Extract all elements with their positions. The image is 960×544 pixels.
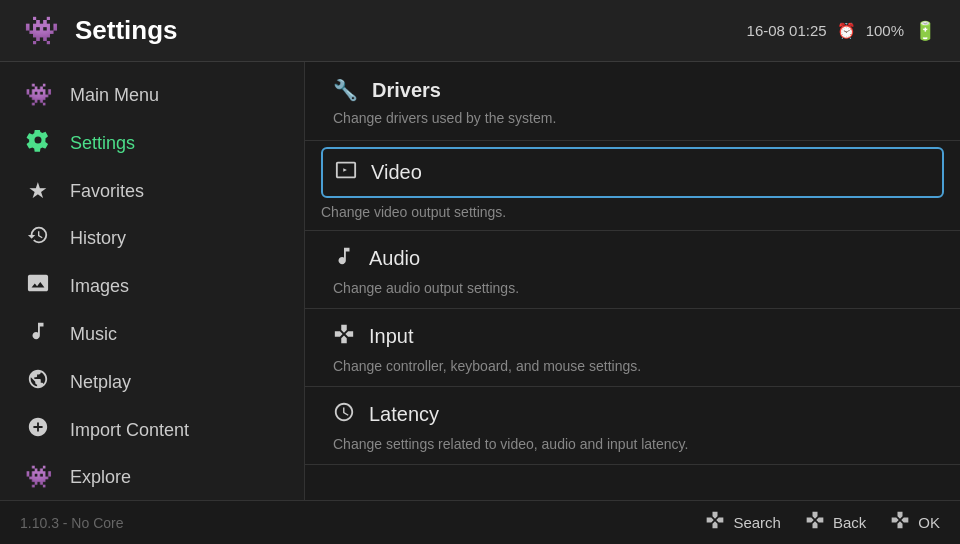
input-description: Change controller, keyboard, and mouse s… <box>305 358 960 386</box>
app-icon: 👾 <box>24 14 59 47</box>
input-label: Input <box>369 325 413 348</box>
audio-menu-item[interactable]: Audio <box>305 231 960 280</box>
divider-1 <box>305 140 960 141</box>
search-action[interactable]: Search <box>705 510 781 535</box>
search-label: Search <box>733 514 781 531</box>
video-menu-item[interactable]: Video <box>321 147 944 198</box>
battery-level: 100% <box>866 22 904 39</box>
sidebar-favorites-label: Favorites <box>70 181 144 202</box>
sidebar-item-netplay[interactable]: Netplay <box>0 358 304 406</box>
back-controller-icon <box>805 510 825 535</box>
latency-label: Latency <box>369 403 439 426</box>
video-label: Video <box>371 161 422 184</box>
history-icon <box>24 224 52 252</box>
sidebar-item-images[interactable]: Images <box>0 262 304 310</box>
explore-icon: 👾 <box>24 464 52 490</box>
ok-label: OK <box>918 514 940 531</box>
sidebar-explore-label: Explore <box>70 467 131 488</box>
battery-icon: 🔋 <box>914 20 936 42</box>
sidebar-item-import-content[interactable]: Import Content <box>0 406 304 454</box>
sidebar-item-main-menu[interactable]: 👾 Main Menu <box>0 72 304 118</box>
header-left: 👾 Settings <box>24 14 178 47</box>
back-label: Back <box>833 514 866 531</box>
page-title: Settings <box>75 15 178 46</box>
latency-icon <box>333 401 355 428</box>
latency-menu-item[interactable]: Latency <box>305 387 960 436</box>
audio-label: Audio <box>369 247 420 270</box>
images-icon <box>24 272 52 300</box>
sidebar-item-label: Main Menu <box>70 85 159 106</box>
ok-action[interactable]: OK <box>890 510 940 535</box>
settings-icon <box>24 128 52 158</box>
main-menu-icon: 👾 <box>24 82 52 108</box>
netplay-icon <box>24 368 52 396</box>
drivers-icon: 🔧 <box>333 78 358 102</box>
clock-icon: ⏰ <box>837 22 856 40</box>
ok-controller-icon <box>890 510 910 535</box>
drivers-section-header: 🔧 Drivers <box>305 62 960 110</box>
sidebar-item-history[interactable]: History <box>0 214 304 262</box>
input-menu-item[interactable]: Input <box>305 309 960 358</box>
import-content-icon <box>24 416 52 444</box>
audio-icon <box>333 245 355 272</box>
sidebar-netplay-label: Netplay <box>70 372 131 393</box>
main-layout: 👾 Main Menu Settings ★ Favorites History <box>0 62 960 544</box>
drivers-description: Change drivers used by the system. <box>305 110 960 140</box>
main-content: 🔧 Drivers Change drivers used by the sys… <box>305 62 960 544</box>
sidebar-history-label: History <box>70 228 126 249</box>
audio-description: Change audio output settings. <box>305 280 960 308</box>
footer-actions: Search Back OK <box>705 510 940 535</box>
sidebar-images-label: Images <box>70 276 129 297</box>
sidebar-settings-label: Settings <box>70 133 135 154</box>
video-description: Change video output settings. <box>305 198 960 230</box>
input-icon <box>333 323 355 350</box>
latency-description: Change settings related to video, audio … <box>305 436 960 464</box>
sidebar-item-favorites[interactable]: ★ Favorites <box>0 168 304 214</box>
sidebar-item-explore[interactable]: 👾 Explore <box>0 454 304 500</box>
back-action[interactable]: Back <box>805 510 866 535</box>
datetime: 16-08 01:25 <box>747 22 827 39</box>
sidebar: 👾 Main Menu Settings ★ Favorites History <box>0 62 305 544</box>
music-icon <box>24 320 52 348</box>
version-label: 1.10.3 - No Core <box>20 515 124 531</box>
video-icon <box>335 159 357 186</box>
drivers-title: Drivers <box>372 79 441 102</box>
sidebar-import-label: Import Content <box>70 420 189 441</box>
search-controller-icon <box>705 510 725 535</box>
header: 👾 Settings 16-08 01:25 ⏰ 100% 🔋 <box>0 0 960 62</box>
sidebar-item-settings[interactable]: Settings <box>0 118 304 168</box>
divider-5 <box>305 464 960 465</box>
sidebar-item-music[interactable]: Music <box>0 310 304 358</box>
sidebar-music-label: Music <box>70 324 117 345</box>
header-right: 16-08 01:25 ⏰ 100% 🔋 <box>747 20 936 42</box>
favorites-icon: ★ <box>24 178 52 204</box>
footer: 1.10.3 - No Core Search Back <box>0 500 960 544</box>
